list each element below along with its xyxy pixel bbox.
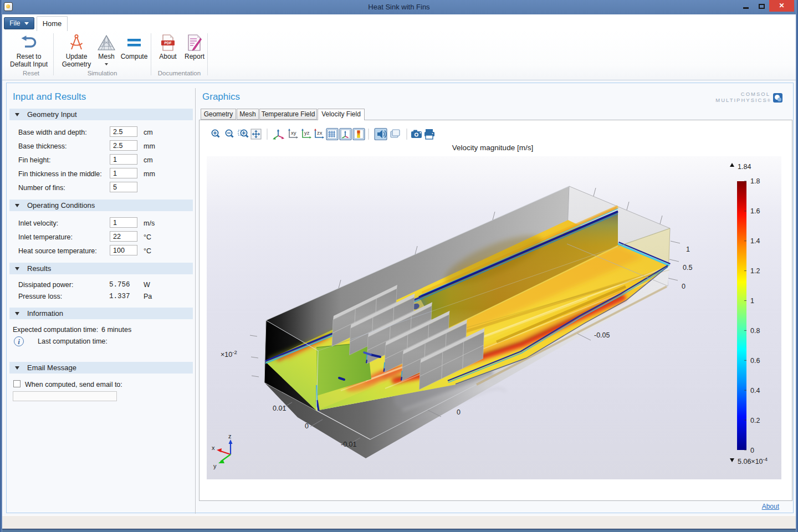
svg-text:0: 0	[305, 422, 309, 430]
svg-text:xy: xy	[291, 130, 296, 136]
svg-text:0: 0	[682, 283, 686, 290]
svg-text:Velocity magnitude [m/s]: Velocity magnitude [m/s]	[452, 144, 533, 152]
svg-text:0: 0	[750, 447, 754, 454]
svg-text:0.5: 0.5	[683, 264, 692, 272]
svg-text:-0.05: -0.05	[594, 331, 610, 339]
svg-text:yz: yz	[304, 130, 310, 136]
svg-text:1.4: 1.4	[750, 237, 760, 245]
svg-text:1: 1	[686, 245, 690, 253]
svg-text:0.8: 0.8	[750, 327, 760, 335]
svg-text:z: z	[228, 433, 232, 439]
svg-text:PDF: PDF	[165, 41, 172, 45]
svg-text:0.2: 0.2	[750, 417, 760, 424]
svg-text:1.84: 1.84	[738, 163, 751, 171]
svg-text:1.2: 1.2	[750, 267, 760, 275]
svg-text:y: y	[213, 463, 217, 469]
svg-text:1.8: 1.8	[750, 177, 760, 185]
svg-text:0.6: 0.6	[750, 357, 760, 365]
svg-text:1.6: 1.6	[750, 207, 760, 215]
svg-text:1: 1	[750, 297, 754, 305]
svg-text:-0.01: -0.01	[341, 441, 357, 448]
svg-text:0: 0	[457, 408, 461, 416]
svg-text:x: x	[212, 444, 215, 451]
svg-text:0.4: 0.4	[750, 387, 760, 395]
svg-text:0.01: 0.01	[273, 405, 286, 412]
svg-text:zx: zx	[317, 130, 323, 136]
